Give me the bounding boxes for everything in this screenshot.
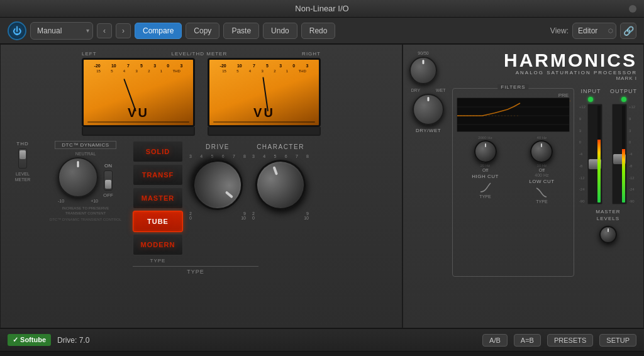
dtc-knob-row: -10 +10 ON OFF bbox=[58, 157, 113, 203]
dtc-footer-bold: DTC™ DYNAMIC TRANSIENT CONTROL bbox=[50, 218, 121, 221]
undo-button[interactable]: Undo bbox=[263, 23, 297, 39]
type-master-button[interactable]: MASTER bbox=[133, 187, 183, 209]
dtc-title: DTC™ DYNAMICS bbox=[55, 141, 116, 149]
setup-button[interactable]: SETUP bbox=[599, 334, 636, 347]
type-modern-button[interactable]: MODERN bbox=[133, 234, 183, 255]
link-button[interactable]: 🔗 bbox=[620, 23, 636, 39]
vu-meter-right: -201075303 1554321THD VU bbox=[208, 58, 321, 136]
softube-logo: ✓ Softube bbox=[8, 334, 51, 346]
dtc-toggle-nub bbox=[105, 180, 111, 189]
low-cut-knob[interactable] bbox=[530, 140, 553, 163]
dtc-range-max: +10 bbox=[91, 199, 98, 203]
ab-button[interactable]: A/B bbox=[482, 334, 508, 347]
paste-button[interactable]: Paste bbox=[223, 23, 259, 39]
nav-forward-button[interactable]: › bbox=[116, 23, 131, 38]
output-scale: +12 9 3 0 -4 -8 -12 -24 -90 bbox=[629, 104, 635, 204]
presets-button[interactable]: PRESETS bbox=[547, 334, 593, 347]
thd-toggle[interactable] bbox=[18, 148, 27, 169]
type-line-label: TYPE bbox=[133, 266, 258, 275]
output-fader-group: +12 9 3 0 -4 -8 -12 -24 -90 bbox=[612, 104, 635, 204]
drive-knob[interactable] bbox=[182, 150, 253, 221]
low-cut-indicator bbox=[541, 143, 542, 147]
aeq-button[interactable]: A=B bbox=[514, 334, 541, 347]
redo-button[interactable]: Redo bbox=[301, 23, 336, 39]
dry-label: DRY bbox=[411, 88, 421, 92]
output-fader[interactable] bbox=[612, 104, 627, 204]
filter-display bbox=[457, 97, 570, 132]
output-section: OUTPUT +12 bbox=[610, 88, 637, 204]
thd-section: THD LEVELMETER bbox=[7, 141, 38, 182]
view-select-wrapper: Editor ⬡ bbox=[572, 23, 616, 39]
type-tube-button[interactable]: TUBE bbox=[133, 211, 183, 232]
high-cut-curve-icon bbox=[479, 182, 492, 194]
nav-back-button[interactable]: ‹ bbox=[97, 23, 112, 38]
dtc-on-off: ON OFF bbox=[103, 163, 113, 198]
low-cut-section: 40 Hz 10 Hz Off 400 Hz LOW CUT TYPE bbox=[529, 136, 554, 204]
low-cut-type-section: TYPE bbox=[535, 187, 548, 204]
drive-section: DRIVE 345678 29 0 10 bbox=[189, 143, 246, 220]
low-cut-label: LOW CUT bbox=[529, 179, 554, 184]
high-cut-label: HIGH CUT bbox=[472, 174, 499, 179]
view-label: View: bbox=[550, 26, 569, 35]
ratio-section: 90/50 bbox=[409, 51, 437, 84]
high-cut-section: 2000 Hz 20 Hz Off HIGH CUT TYPE bbox=[472, 136, 499, 204]
filter-knobs: 2000 Hz 20 Hz Off HIGH CUT TYPE bbox=[457, 136, 570, 204]
input-level-bar bbox=[597, 140, 601, 203]
io-pair: INPUT +12 9 3 0 -4 -8 -12 bbox=[579, 88, 637, 204]
vu-meter-left: -201075303 1554321THD VU bbox=[82, 58, 195, 136]
right-panel: 90/50 HARMONICS ANALOG SATURATION PROCES… bbox=[403, 45, 643, 328]
high-cut-knob[interactable] bbox=[474, 140, 497, 163]
vu-right-label: RIGHT bbox=[302, 51, 321, 57]
char-scale-min: 0 bbox=[252, 216, 255, 220]
copy-button[interactable]: Copy bbox=[186, 23, 219, 39]
io-faders-section: INPUT +12 9 3 0 -4 -8 -12 bbox=[579, 88, 637, 277]
output-level-bar-container bbox=[622, 106, 625, 203]
input-fader[interactable] bbox=[587, 104, 602, 204]
input-level-bar-container bbox=[597, 106, 601, 203]
input-label: INPUT bbox=[580, 88, 601, 94]
vu-bottom-right bbox=[208, 127, 321, 136]
character-label: CHARACTER bbox=[257, 143, 304, 150]
dtc-off-label: OFF bbox=[103, 192, 113, 198]
dtc-toggle[interactable] bbox=[104, 170, 113, 191]
preset-select[interactable]: Manual bbox=[30, 22, 93, 40]
dtc-knob-indicator bbox=[77, 161, 79, 167]
filters-section: FILTERS PRE POST bbox=[452, 88, 574, 277]
dtc-on-label: ON bbox=[104, 163, 112, 169]
character-knob[interactable] bbox=[248, 153, 313, 218]
input-led bbox=[588, 97, 593, 102]
svg-rect-0 bbox=[457, 98, 569, 132]
high-cut-indicator bbox=[485, 143, 486, 147]
vu-text-right: VU bbox=[253, 106, 275, 120]
window-title: Non-Linear I/O bbox=[295, 4, 348, 13]
compare-button[interactable]: Compare bbox=[135, 23, 182, 39]
master-levels-indicator bbox=[608, 228, 609, 232]
type-section: SOLID TRANSF MASTER TUBE MODERN TYPE bbox=[133, 141, 183, 264]
output-label: OUTPUT bbox=[610, 88, 637, 94]
type-label: TYPE bbox=[150, 258, 166, 264]
input-scale: +12 9 3 0 -4 -8 -12 -24 -90 bbox=[579, 104, 586, 204]
vu-text-left: VU bbox=[128, 106, 149, 120]
wet-label: WET bbox=[436, 88, 446, 92]
status-bar: ✓ Softube Drive: 7.0 A/B A=B PRESETS SET… bbox=[0, 328, 644, 351]
ratio-knob[interactable] bbox=[409, 57, 437, 84]
view-select[interactable]: Editor bbox=[572, 23, 616, 39]
dry-wet-knob[interactable] bbox=[413, 94, 444, 125]
input-fader-group: +12 9 3 0 -4 -8 -12 -24 -90 bbox=[579, 104, 602, 204]
drive-status: Drive: 7.0 bbox=[57, 336, 89, 345]
title-bar: Non-Linear I/O bbox=[0, 0, 644, 18]
dtc-section: DTC™ DYNAMICS NEUTRAL -10 +10 ON bbox=[45, 141, 126, 221]
vu-meter-title: LEVEL/THD METER bbox=[171, 51, 227, 57]
type-transf-button[interactable]: TRANSF bbox=[133, 164, 183, 186]
type-solid-button[interactable]: SOLID bbox=[133, 141, 183, 162]
low-cut-curve-icon bbox=[535, 187, 548, 199]
master-levels-knob[interactable] bbox=[599, 226, 617, 243]
low-cut-off: Off bbox=[539, 168, 545, 172]
drive-label: DRIVE bbox=[206, 143, 230, 150]
bottom-caption: Harmonics Analog Saturation Processor bbox=[0, 351, 644, 356]
power-button[interactable]: ⏻ bbox=[8, 21, 26, 40]
high-cut-off: Off bbox=[482, 168, 488, 172]
minimize-button[interactable] bbox=[629, 5, 636, 13]
dtc-knob[interactable] bbox=[58, 157, 98, 197]
harmonics-subtitle: ANALOG SATURATION PROCESSOR bbox=[504, 70, 637, 75]
